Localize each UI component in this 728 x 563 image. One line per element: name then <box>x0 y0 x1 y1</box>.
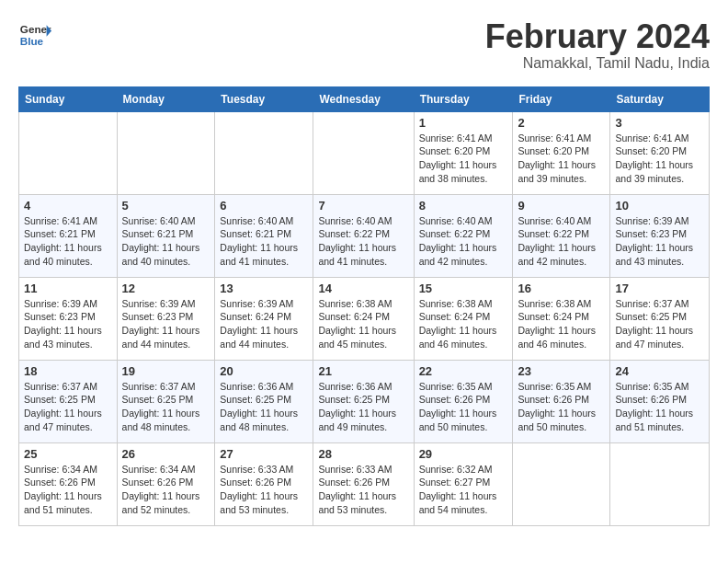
calendar-cell: 15Sunrise: 6:38 AM Sunset: 6:24 PM Dayli… <box>414 277 513 360</box>
day-number: 3 <box>615 116 704 130</box>
day-number: 23 <box>518 364 605 378</box>
day-info: Sunrise: 6:40 AM Sunset: 6:22 PM Dayligh… <box>518 214 605 269</box>
calendar-body: 1Sunrise: 6:41 AM Sunset: 6:20 PM Daylig… <box>19 111 710 525</box>
day-number: 18 <box>24 364 112 378</box>
day-number: 26 <box>122 447 210 461</box>
day-number: 4 <box>24 199 112 213</box>
calendar-cell: 18Sunrise: 6:37 AM Sunset: 6:25 PM Dayli… <box>19 360 118 442</box>
day-info: Sunrise: 6:41 AM Sunset: 6:20 PM Dayligh… <box>518 132 605 186</box>
calendar-header-row: SundayMondayTuesdayWednesdayThursdayFrid… <box>19 86 710 111</box>
day-number: 16 <box>518 282 605 295</box>
calendar-cell: 5Sunrise: 6:40 AM Sunset: 6:21 PM Daylig… <box>117 194 215 277</box>
day-info: Sunrise: 6:41 AM Sunset: 6:21 PM Dayligh… <box>24 214 112 269</box>
calendar-cell: 1Sunrise: 6:41 AM Sunset: 6:20 PM Daylig… <box>414 111 513 194</box>
day-number: 5 <box>122 199 210 213</box>
day-info: Sunrise: 6:38 AM Sunset: 6:24 PM Dayligh… <box>318 297 408 351</box>
logo: General Blue <box>18 18 51 52</box>
day-number: 13 <box>220 282 308 295</box>
calendar-cell <box>117 111 215 194</box>
calendar-cell: 7Sunrise: 6:40 AM Sunset: 6:22 PM Daylig… <box>313 194 414 277</box>
day-number: 24 <box>615 364 704 378</box>
day-info: Sunrise: 6:41 AM Sunset: 6:20 PM Dayligh… <box>419 132 508 186</box>
day-number: 11 <box>24 282 112 295</box>
calendar-week-row: 25Sunrise: 6:34 AM Sunset: 6:26 PM Dayli… <box>19 442 710 525</box>
day-number: 29 <box>419 447 508 461</box>
day-info: Sunrise: 6:40 AM Sunset: 6:21 PM Dayligh… <box>122 214 210 269</box>
calendar-cell: 16Sunrise: 6:38 AM Sunset: 6:24 PM Dayli… <box>513 277 610 360</box>
day-number: 8 <box>419 199 508 213</box>
day-number: 28 <box>318 447 408 461</box>
calendar-cell: 2Sunrise: 6:41 AM Sunset: 6:20 PM Daylig… <box>513 111 610 194</box>
day-header-tuesday: Tuesday <box>215 86 313 111</box>
day-info: Sunrise: 6:34 AM Sunset: 6:26 PM Dayligh… <box>122 463 210 517</box>
day-number: 9 <box>518 199 605 213</box>
day-number: 12 <box>122 282 210 295</box>
calendar-cell: 17Sunrise: 6:37 AM Sunset: 6:25 PM Dayli… <box>610 277 710 360</box>
day-info: Sunrise: 6:38 AM Sunset: 6:24 PM Dayligh… <box>419 297 508 351</box>
day-info: Sunrise: 6:41 AM Sunset: 6:20 PM Dayligh… <box>615 132 704 186</box>
calendar-cell <box>313 111 414 194</box>
day-number: 22 <box>419 364 508 378</box>
calendar-cell: 3Sunrise: 6:41 AM Sunset: 6:20 PM Daylig… <box>610 111 710 194</box>
day-header-saturday: Saturday <box>610 86 710 111</box>
day-info: Sunrise: 6:40 AM Sunset: 6:22 PM Dayligh… <box>419 214 508 269</box>
day-number: 1 <box>419 116 508 130</box>
calendar-cell: 28Sunrise: 6:33 AM Sunset: 6:26 PM Dayli… <box>313 442 414 525</box>
calendar-week-row: 4Sunrise: 6:41 AM Sunset: 6:21 PM Daylig… <box>19 194 710 277</box>
day-number: 20 <box>220 364 308 378</box>
day-number: 19 <box>122 364 210 378</box>
calendar-cell: 10Sunrise: 6:39 AM Sunset: 6:23 PM Dayli… <box>610 194 710 277</box>
day-header-monday: Monday <box>117 86 215 111</box>
calendar-week-row: 1Sunrise: 6:41 AM Sunset: 6:20 PM Daylig… <box>19 111 710 194</box>
svg-text:Blue: Blue <box>20 35 44 47</box>
calendar-cell: 24Sunrise: 6:35 AM Sunset: 6:26 PM Dayli… <box>610 360 710 442</box>
calendar-cell: 29Sunrise: 6:32 AM Sunset: 6:27 PM Dayli… <box>414 442 513 525</box>
calendar-cell: 25Sunrise: 6:34 AM Sunset: 6:26 PM Dayli… <box>19 442 118 525</box>
day-header-wednesday: Wednesday <box>313 86 414 111</box>
day-number: 14 <box>318 282 408 295</box>
calendar-cell: 13Sunrise: 6:39 AM Sunset: 6:24 PM Dayli… <box>215 277 313 360</box>
day-info: Sunrise: 6:35 AM Sunset: 6:26 PM Dayligh… <box>518 380 605 434</box>
day-info: Sunrise: 6:36 AM Sunset: 6:25 PM Dayligh… <box>220 380 308 434</box>
calendar-table: SundayMondayTuesdayWednesdayThursdayFrid… <box>18 86 710 526</box>
day-number: 7 <box>318 199 408 213</box>
title-block: February 2024 Namakkal, Tamil Nadu, Indi… <box>485 18 710 72</box>
calendar-cell: 26Sunrise: 6:34 AM Sunset: 6:26 PM Dayli… <box>117 442 215 525</box>
day-number: 27 <box>220 447 308 461</box>
calendar-cell: 11Sunrise: 6:39 AM Sunset: 6:23 PM Dayli… <box>19 277 118 360</box>
calendar-cell: 27Sunrise: 6:33 AM Sunset: 6:26 PM Dayli… <box>215 442 313 525</box>
day-number: 21 <box>318 364 408 378</box>
day-info: Sunrise: 6:39 AM Sunset: 6:23 PM Dayligh… <box>615 214 704 269</box>
day-info: Sunrise: 6:35 AM Sunset: 6:26 PM Dayligh… <box>419 380 508 434</box>
calendar-cell: 14Sunrise: 6:38 AM Sunset: 6:24 PM Dayli… <box>313 277 414 360</box>
day-info: Sunrise: 6:34 AM Sunset: 6:26 PM Dayligh… <box>24 463 112 517</box>
day-info: Sunrise: 6:35 AM Sunset: 6:26 PM Dayligh… <box>615 380 704 434</box>
calendar-cell: 23Sunrise: 6:35 AM Sunset: 6:26 PM Dayli… <box>513 360 610 442</box>
calendar-cell: 6Sunrise: 6:40 AM Sunset: 6:21 PM Daylig… <box>215 194 313 277</box>
day-info: Sunrise: 6:39 AM Sunset: 6:23 PM Dayligh… <box>24 297 112 351</box>
day-info: Sunrise: 6:36 AM Sunset: 6:25 PM Dayligh… <box>318 380 408 434</box>
calendar-cell <box>513 442 610 525</box>
day-header-sunday: Sunday <box>19 86 118 111</box>
calendar-cell: 9Sunrise: 6:40 AM Sunset: 6:22 PM Daylig… <box>513 194 610 277</box>
day-number: 25 <box>24 447 112 461</box>
day-info: Sunrise: 6:38 AM Sunset: 6:24 PM Dayligh… <box>518 297 605 351</box>
day-info: Sunrise: 6:40 AM Sunset: 6:22 PM Dayligh… <box>318 214 408 269</box>
day-number: 2 <box>518 116 605 130</box>
day-info: Sunrise: 6:40 AM Sunset: 6:21 PM Dayligh… <box>220 214 308 269</box>
day-header-friday: Friday <box>513 86 610 111</box>
calendar-cell: 12Sunrise: 6:39 AM Sunset: 6:23 PM Dayli… <box>117 277 215 360</box>
day-info: Sunrise: 6:33 AM Sunset: 6:26 PM Dayligh… <box>318 463 408 517</box>
day-number: 17 <box>615 282 704 295</box>
calendar-cell <box>610 442 710 525</box>
day-number: 15 <box>419 282 508 295</box>
day-header-thursday: Thursday <box>414 86 513 111</box>
month-title: February 2024 <box>485 18 710 55</box>
day-info: Sunrise: 6:33 AM Sunset: 6:26 PM Dayligh… <box>220 463 308 517</box>
calendar-cell: 19Sunrise: 6:37 AM Sunset: 6:25 PM Dayli… <box>117 360 215 442</box>
day-info: Sunrise: 6:39 AM Sunset: 6:23 PM Dayligh… <box>122 297 210 351</box>
page-header: General Blue February 2024 Namakkal, Tam… <box>18 18 710 72</box>
day-info: Sunrise: 6:37 AM Sunset: 6:25 PM Dayligh… <box>122 380 210 434</box>
logo-icon: General Blue <box>18 18 51 52</box>
day-info: Sunrise: 6:37 AM Sunset: 6:25 PM Dayligh… <box>615 297 704 351</box>
